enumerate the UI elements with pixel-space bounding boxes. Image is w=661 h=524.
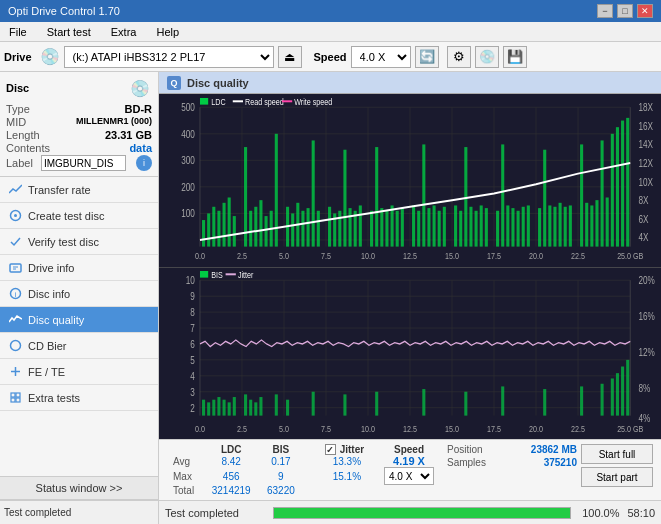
- sidebar-item-disc-info[interactable]: i Disc info: [0, 281, 158, 307]
- svg-text:100: 100: [181, 207, 195, 219]
- settings-button[interactable]: ⚙: [447, 46, 471, 68]
- refresh-button[interactable]: 🔄: [415, 46, 439, 68]
- avg-ldc: 8.42: [203, 455, 259, 467]
- svg-rect-100: [606, 198, 609, 247]
- svg-rect-181: [621, 366, 624, 415]
- svg-rect-62: [380, 208, 383, 246]
- sidebar-item-cd-bier[interactable]: CD Bier: [0, 333, 158, 359]
- svg-rect-11: [16, 393, 20, 397]
- svg-rect-99: [601, 140, 604, 246]
- label-info-button[interactable]: i: [136, 155, 152, 171]
- charts-container: 500 400 300 200 100 18X 16X 14X 12X 10X …: [159, 94, 661, 439]
- svg-rect-35: [217, 211, 220, 247]
- svg-rect-37: [228, 198, 231, 247]
- svg-rect-176: [543, 389, 546, 416]
- sidebar-item-disc-quality[interactable]: Disc quality: [0, 307, 158, 333]
- close-button[interactable]: ✕: [637, 4, 653, 18]
- svg-rect-94: [569, 205, 572, 246]
- col-speed: Speed: [375, 444, 443, 455]
- label-input[interactable]: [41, 155, 126, 171]
- svg-rect-89: [543, 150, 546, 247]
- quality-header: Q Disc quality: [159, 72, 661, 94]
- drive-select[interactable]: (k:) ATAPI iHBS312 2 PL17: [64, 46, 274, 68]
- row-total-label: Total: [167, 485, 203, 496]
- svg-rect-70: [427, 208, 430, 246]
- menu-extra[interactable]: Extra: [106, 24, 142, 40]
- svg-text:2: 2: [190, 401, 195, 413]
- disc-button[interactable]: 💿: [475, 46, 499, 68]
- svg-rect-56: [343, 150, 346, 247]
- svg-text:3: 3: [190, 385, 195, 397]
- svg-rect-163: [233, 397, 236, 416]
- avg-speed: 4.19 X: [375, 455, 443, 467]
- status-window-button[interactable]: Status window >>: [0, 476, 158, 500]
- sidebar-item-create-test-disc[interactable]: Create test disc: [0, 203, 158, 229]
- disc-info-icon: i: [8, 287, 22, 301]
- sidebar-item-fe-te[interactable]: FE / TE: [0, 359, 158, 385]
- svg-rect-171: [343, 394, 346, 415]
- svg-rect-75: [459, 211, 462, 247]
- disc-icon: 💿: [128, 76, 152, 100]
- start-part-button[interactable]: Start part: [581, 467, 653, 487]
- svg-text:12.5: 12.5: [403, 250, 417, 261]
- eject-button[interactable]: ⏏: [278, 46, 302, 68]
- chart2-svg: 10 9 8 7 6 5 4 3 2 20% 16% 12% 8% 4% 0: [159, 267, 661, 440]
- save-button[interactable]: 💾: [503, 46, 527, 68]
- svg-rect-72: [438, 211, 441, 247]
- max-bis: 9: [259, 467, 303, 485]
- svg-rect-96: [585, 203, 588, 247]
- speed-select-stats[interactable]: 4.0 X: [384, 467, 434, 485]
- app-title: Opti Drive Control 1.70: [8, 5, 120, 17]
- maximize-button[interactable]: □: [617, 4, 633, 18]
- svg-rect-172: [375, 391, 378, 415]
- sidebar-item-transfer-rate[interactable]: Transfer rate: [0, 177, 158, 203]
- svg-text:10.0: 10.0: [361, 422, 375, 433]
- svg-rect-180: [616, 373, 619, 415]
- svg-rect-32: [202, 220, 205, 247]
- svg-rect-45: [275, 134, 278, 247]
- svg-text:10: 10: [186, 274, 195, 286]
- contents-key: Contents: [6, 142, 50, 154]
- sidebar-item-extra-tests[interactable]: Extra tests: [0, 385, 158, 411]
- sidebar-item-drive-info[interactable]: Drive info: [0, 255, 158, 281]
- svg-rect-43: [265, 216, 268, 247]
- svg-rect-51: [312, 140, 315, 246]
- svg-rect-73: [443, 207, 446, 247]
- svg-rect-166: [254, 402, 257, 415]
- svg-text:2.5: 2.5: [237, 250, 247, 261]
- col-ldc: LDC: [203, 444, 259, 455]
- svg-text:25.0 GB: 25.0 GB: [617, 422, 644, 433]
- sidebar-item-verify-test-disc[interactable]: Verify test disc: [0, 229, 158, 255]
- svg-rect-33: [207, 213, 210, 246]
- svg-rect-65: [396, 211, 399, 247]
- max-ldc: 456: [203, 467, 259, 485]
- svg-rect-66: [401, 208, 404, 246]
- minimize-button[interactable]: −: [597, 4, 613, 18]
- jitter-checkbox[interactable]: ✓: [325, 444, 336, 455]
- svg-text:12X: 12X: [638, 157, 653, 169]
- samples-label: Samples: [447, 457, 486, 468]
- svg-rect-13: [16, 398, 20, 402]
- svg-rect-86: [522, 207, 525, 247]
- svg-rect-79: [480, 205, 483, 246]
- mid-key: MID: [6, 116, 26, 128]
- svg-text:BIS: BIS: [211, 268, 223, 279]
- menu-bar: File Start test Extra Help: [0, 22, 661, 42]
- svg-text:20.0: 20.0: [529, 250, 543, 261]
- svg-rect-64: [391, 205, 394, 246]
- svg-rect-12: [11, 398, 15, 402]
- svg-rect-173: [422, 389, 425, 416]
- start-full-button[interactable]: Start full: [581, 444, 653, 464]
- speed-select[interactable]: 4.0 X 2.0 X 6.0 X 8.0 X: [351, 46, 411, 68]
- svg-rect-77: [469, 207, 472, 247]
- menu-start-test[interactable]: Start test: [42, 24, 96, 40]
- svg-rect-91: [553, 207, 556, 247]
- svg-text:16%: 16%: [638, 310, 655, 322]
- svg-rect-84: [511, 208, 514, 246]
- menu-file[interactable]: File: [4, 24, 32, 40]
- svg-rect-164: [244, 394, 247, 415]
- action-buttons: Start full Start part: [581, 444, 653, 487]
- svg-rect-57: [349, 208, 352, 246]
- menu-help[interactable]: Help: [151, 24, 184, 40]
- svg-point-1: [14, 214, 17, 217]
